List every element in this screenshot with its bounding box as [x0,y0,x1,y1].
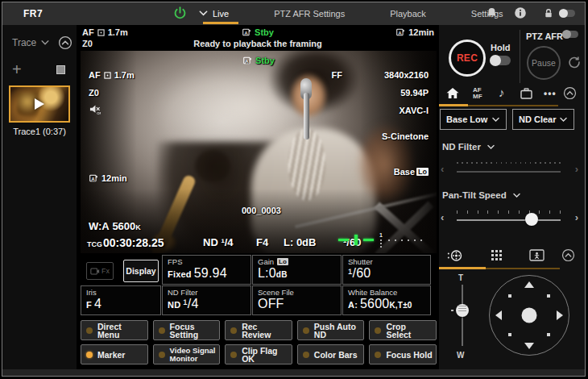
tele-label: T [458,273,463,282]
assign-lamp [86,327,93,334]
preset-grid-tab-icon[interactable] [491,249,503,261]
rec-button[interactable]: REC [449,40,486,77]
zoom-knob[interactable] [456,304,469,317]
base-sensitivity-select[interactable]: Base Low [440,109,507,130]
assign-button-marker[interactable]: Marker [81,344,148,364]
nd-preset-select[interactable]: ND Clear [512,109,574,130]
assign-button-video-signal-monitor[interactable]: Video Signal Monitor [153,344,221,364]
assign-button-focus-hold[interactable]: Focus Hold [369,344,437,364]
af-mf-tab[interactable]: AFMF [473,87,482,100]
trace-thumbnail[interactable] [9,85,70,123]
shutter-cell[interactable]: Shutter ¹/60 [342,255,431,285]
slider-increase-icon[interactable]: › [575,163,578,175]
stop-trace-button[interactable] [56,65,65,74]
iris-overlay: F4 [256,236,268,248]
fps-cell[interactable]: FPS Fixed59.94 [162,255,251,285]
power-group [173,6,209,20]
pan-tilt-speed-knob[interactable] [525,213,538,226]
active-tab-indicator [439,267,486,269]
joystick-center[interactable] [522,308,537,323]
assign-lamp [375,327,381,334]
slider-decrease-icon[interactable]: ‹ [441,211,444,223]
pan-left-icon[interactable] [495,310,502,320]
assign-button-crop-select[interactable]: Crop Select [369,320,437,340]
focus-sensor-mode: FF [332,70,342,80]
gain-cell[interactable]: GainLo L:0dB [252,255,342,285]
main-tabs: Live PTZ AFR Settings Playback Settings [208,2,508,25]
tab-ptz-afr-settings[interactable]: PTZ AFR Settings [269,3,350,24]
slider-increase-icon[interactable]: › [575,211,578,223]
lock-toggle[interactable] [559,10,575,17]
gain-overlay: L: 0dB [284,236,316,248]
white-balance-cell[interactable]: White Balance A:5600K,T±0 [342,285,431,315]
svg-text:OFF: OFF [97,111,101,115]
ptz-afr-toggle[interactable] [562,31,578,38]
reset-icon[interactable] [568,56,581,69]
pan-tilt-speed-slider: ‹ › [439,209,578,227]
top-bar-icons [486,6,575,19]
panel-collapse-icon[interactable] [563,86,577,100]
clip-tab-icon[interactable] [520,87,533,100]
pan-tilt-joystick[interactable] [489,275,569,356]
white-balance-overlay: W:A 5600K [89,220,141,232]
info-icon[interactable] [514,6,527,19]
device-name: FR7 [23,8,43,19]
chevron-down-icon [512,191,521,200]
assign-button-direct-menu[interactable]: Direct Menu [81,320,148,340]
chevron-down-icon [491,115,500,124]
audio-tab-icon[interactable]: ♪ [499,86,505,99]
assign-button-rec-review[interactable]: Rec Review [225,320,292,340]
video-stby-label: Stby [255,56,275,65]
more-tab-icon[interactable]: ••• [544,88,557,99]
nd-filter-slider: ‹ › [439,160,578,178]
assign-lamp [375,352,381,358]
power-icon[interactable] [173,6,187,20]
chevron-down-icon [559,115,568,124]
pause-button[interactable]: Pause [527,46,561,80]
pan-tilt-speed-section-label[interactable]: Pan-Tilt Speed [442,190,521,200]
add-trace-button[interactable]: + [12,65,22,74]
tab-indicator-track [468,105,558,106]
display-controls: Fx Display [81,255,161,285]
tab-playback[interactable]: Playback [385,3,431,24]
svg-text:A: A [399,31,402,35]
tilt-down-icon[interactable] [524,343,534,349]
joystick-tab-icon[interactable] [447,249,463,262]
assign-button-clip-flag-ok[interactable]: Clip Flag OK [225,344,292,364]
remaining-time: 12min [101,173,127,183]
look-label: S-Cinetone [382,131,429,141]
focus-area-icon [104,72,111,79]
trace-section-label: Trace [12,37,36,48]
assign-button-color-bars[interactable]: Color Bars [297,344,365,364]
zoom-position-tick [451,310,453,311]
display-button[interactable]: Display [123,260,159,282]
video-media-remaining: A 12min [89,173,127,183]
svg-text:A: A [91,177,94,181]
sidebar-collapse-icon[interactable] [58,35,72,50]
pan-right-icon[interactable] [557,310,563,320]
wide-label: W [457,351,464,360]
slider-decrease-icon[interactable]: ‹ [441,163,444,175]
lock-icon [543,7,554,19]
trace-chevron-down-icon[interactable] [40,38,50,48]
scene-file-cell[interactable]: Scene File OFF [252,285,342,315]
assign-button-push-auto-nd[interactable]: Push Auto ND [297,320,365,340]
iris-cell[interactable]: Iris F4 [81,285,161,315]
nd-filter-cell[interactable]: ND Filter ND¹/4 [162,285,251,315]
rec-hold-toggle[interactable] [490,56,511,65]
trace-item-label: Trace1 (0:37) [2,127,77,136]
record-status: A Stby [77,27,439,39]
live-video-feed[interactable]: A Stby AF 1.7m Z0 OFF FF 3840x2160 [81,51,437,253]
tab-live[interactable]: Live [208,3,234,24]
panel-collapse-icon[interactable] [561,248,575,262]
assign-button-focus-setting[interactable]: Focus Setting [153,320,221,340]
nd-filter-section-label[interactable]: ND Filter [442,142,495,152]
chevron-down-icon [487,143,495,152]
tilt-up-icon[interactable] [524,281,534,288]
framing-tab-icon[interactable] [529,249,545,261]
camera-monitor: AF 1.7m Z0 A Stby Ready to playback th [77,25,439,369]
assign-lamp [159,352,165,358]
tab-indicator-track [486,268,560,269]
notification-bell-icon[interactable] [486,6,498,19]
home-tab-icon[interactable] [445,86,460,100]
